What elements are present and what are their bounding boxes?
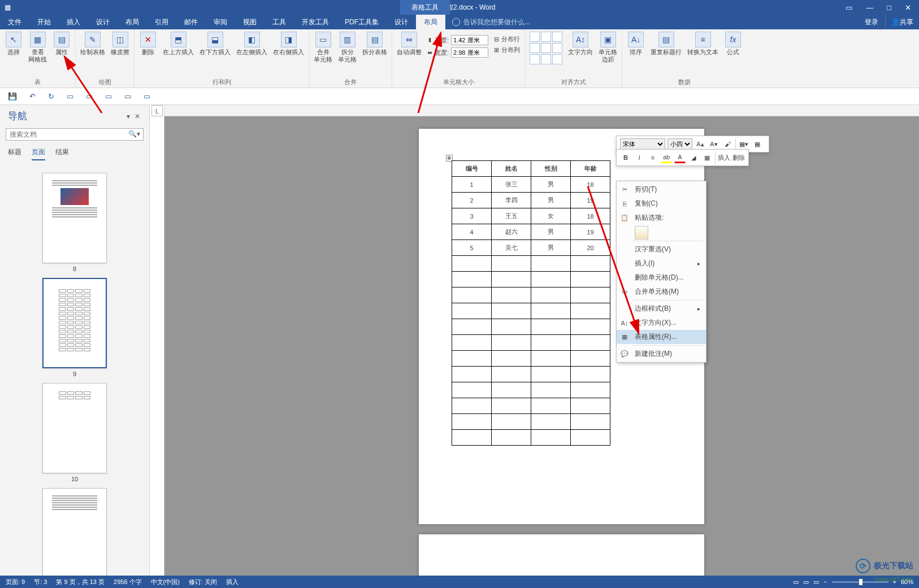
table-header[interactable]: 编号: [452, 161, 492, 177]
table-cell[interactable]: 19: [571, 224, 610, 240]
table-row[interactable]: [452, 335, 610, 351]
table-cell[interactable]: 王五: [492, 208, 531, 224]
table-cell[interactable]: [571, 351, 610, 367]
decrease-font-icon[interactable]: A▾: [708, 138, 719, 150]
ctx-cut[interactable]: ✂剪切(T): [617, 182, 706, 197]
page-thumbnail-11[interactable]: [42, 488, 107, 576]
table-cell[interactable]: [571, 272, 610, 288]
table-cell[interactable]: [452, 367, 492, 382]
table-cell[interactable]: [492, 367, 531, 382]
table-cell[interactable]: [452, 414, 492, 430]
nav-tab-pages[interactable]: 页面: [32, 147, 45, 160]
nav-dropdown-icon[interactable]: ▾: [124, 112, 132, 120]
table-cell[interactable]: [492, 288, 531, 303]
qat-button[interactable]: ▭: [124, 92, 131, 101]
tab-file[interactable]: 文件: [0, 15, 29, 29]
view-gridlines-button[interactable]: ▦查看 网格线: [28, 32, 47, 63]
sign-in-button[interactable]: 登录: [858, 15, 885, 29]
table-row[interactable]: 5吴七男20: [452, 240, 610, 256]
table-cell[interactable]: 3: [452, 208, 492, 224]
table-header[interactable]: 性别: [531, 161, 571, 177]
tab-mailings[interactable]: 邮件: [176, 15, 206, 29]
insert-left-button[interactable]: ◧在左侧插入: [236, 32, 267, 56]
ctx-new-comment[interactable]: 💬新建批注(M): [617, 347, 706, 361]
status-page-of[interactable]: 第 9 页，共 13 页: [56, 578, 105, 586]
status-page[interactable]: 页面: 9: [6, 578, 25, 586]
table-row[interactable]: [452, 288, 610, 303]
table-cell[interactable]: [452, 382, 492, 398]
page-thumbnail-9[interactable]: [42, 278, 107, 368]
table-cell[interactable]: [492, 351, 531, 367]
italic-icon[interactable]: I: [634, 152, 645, 163]
table-cell[interactable]: [452, 288, 492, 303]
height-input[interactable]: [451, 35, 488, 45]
table-cell[interactable]: [531, 351, 571, 367]
tab-insert[interactable]: 插入: [59, 15, 88, 29]
ctx-merge-cells[interactable]: ▭合并单元格(M): [617, 285, 706, 299]
table-row[interactable]: [452, 430, 610, 446]
font-color-icon[interactable]: A: [674, 152, 686, 163]
table-cell[interactable]: [492, 319, 531, 335]
width-input[interactable]: [451, 47, 488, 58]
table-cell[interactable]: [452, 398, 492, 414]
delete-dropdown[interactable]: ▦: [752, 138, 763, 150]
ctx-copy[interactable]: ⎘复制(C): [617, 197, 706, 211]
table-cell[interactable]: 2: [452, 193, 492, 208]
table-cell[interactable]: [571, 398, 610, 414]
table-cell[interactable]: [531, 303, 571, 319]
table-cell[interactable]: 18: [571, 177, 610, 193]
table-cell[interactable]: [531, 398, 571, 414]
table-cell[interactable]: [492, 430, 531, 446]
qat-button[interactable]: ▭: [86, 92, 93, 101]
table-cell[interactable]: 1: [452, 177, 492, 193]
font-size-select[interactable]: 小四: [667, 138, 692, 150]
status-insert-mode[interactable]: 插入: [226, 578, 239, 586]
zoom-out-icon[interactable]: −: [823, 578, 827, 585]
redo-icon[interactable]: ↻: [48, 92, 54, 101]
table-cell[interactable]: 男: [531, 177, 571, 193]
document-area[interactable]: ✥ 编号姓名性别年龄 1张三男182李四男193王五女184赵六男195吴七男2…: [164, 105, 919, 576]
table-cell[interactable]: [571, 256, 610, 272]
table-row[interactable]: [452, 272, 610, 288]
split-table-button[interactable]: ▤拆分表格: [362, 32, 387, 56]
table-cell[interactable]: [571, 303, 610, 319]
status-word-count[interactable]: 2956 个字: [114, 578, 142, 586]
tab-table-layout[interactable]: 布局: [416, 15, 445, 29]
tab-tools[interactable]: 工具: [265, 15, 294, 29]
view-web-layout-icon[interactable]: ▭: [813, 578, 819, 586]
nav-close-icon[interactable]: ✕: [132, 112, 142, 120]
horizontal-ruler[interactable]: [164, 105, 919, 116]
table-cell[interactable]: [531, 335, 571, 351]
font-family-select[interactable]: 宋体: [620, 138, 665, 150]
table-cell[interactable]: [492, 335, 531, 351]
ctx-text-direction[interactable]: A↕文字方向(X)...: [617, 316, 706, 330]
table-row[interactable]: 3王五女18: [452, 208, 610, 224]
highlight-icon[interactable]: ab: [661, 152, 672, 163]
table-cell[interactable]: 张三: [492, 177, 531, 193]
shading-icon[interactable]: ◢: [688, 152, 699, 163]
table-cell[interactable]: [452, 430, 492, 446]
tab-review[interactable]: 审阅: [206, 15, 235, 29]
table-cell[interactable]: [571, 367, 610, 382]
table-cell[interactable]: 吴七: [492, 240, 531, 256]
tab-home[interactable]: 开始: [29, 15, 59, 29]
distribute-cols-button[interactable]: ⊞ 分布列: [494, 46, 520, 54]
table-cell[interactable]: [452, 303, 492, 319]
status-section[interactable]: 节: 3: [34, 578, 47, 586]
table-cell[interactable]: [531, 272, 571, 288]
table-cell[interactable]: [452, 335, 492, 351]
table-cell[interactable]: 4: [452, 224, 492, 240]
formula-button[interactable]: fx公式: [724, 32, 742, 56]
view-read-mode-icon[interactable]: ▭: [793, 578, 799, 586]
tab-references[interactable]: 引用: [147, 15, 176, 29]
table-row[interactable]: [452, 256, 610, 272]
alignment-grid[interactable]: [530, 32, 562, 64]
document-page-next[interactable]: [419, 534, 704, 576]
table-cell[interactable]: [571, 382, 610, 398]
table-cell[interactable]: 赵六: [492, 224, 531, 240]
tab-table-design[interactable]: 设计: [387, 15, 416, 29]
table-cell[interactable]: [492, 398, 531, 414]
tab-developer[interactable]: 开发工具: [294, 15, 337, 29]
table-cell[interactable]: [492, 272, 531, 288]
insert-above-button[interactable]: ⬒在上方插入: [163, 32, 194, 56]
